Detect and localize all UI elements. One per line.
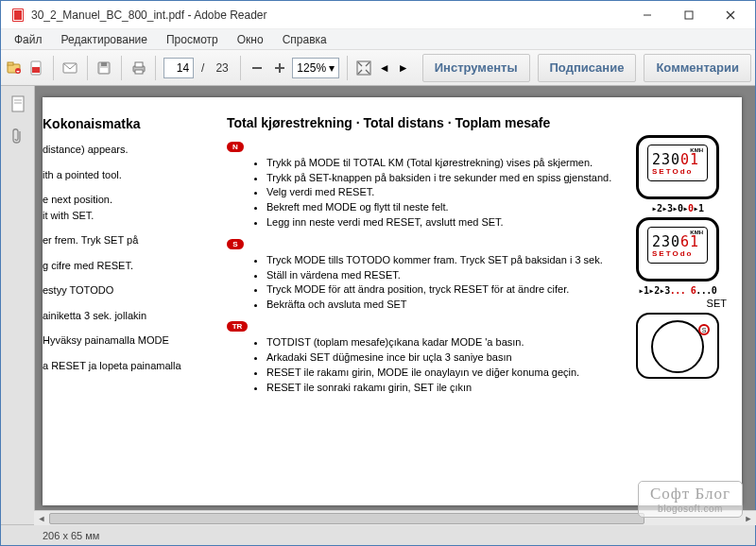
toolbar: / 23 125%▾ ◄ ► Инструменты Подписание Ко… bbox=[1, 50, 755, 86]
document-viewport[interactable]: Kokonaismatka distance) appears. ith a p… bbox=[35, 86, 755, 524]
content-area: Kokonaismatka distance) appears. ith a p… bbox=[1, 86, 755, 524]
device-graphic-2: KMH 23061 SETOdo bbox=[636, 217, 719, 282]
separator bbox=[121, 56, 122, 80]
watermark: Софт Блог blogosoft.com bbox=[638, 481, 743, 518]
save-button[interactable] bbox=[95, 56, 113, 80]
app-icon bbox=[10, 8, 26, 23]
doc-main-column: Total kjørestrekning · Total distans · T… bbox=[198, 114, 625, 488]
separator bbox=[155, 56, 156, 80]
svg-rect-15 bbox=[100, 68, 108, 73]
display-digits-red: 01 bbox=[680, 151, 699, 168]
lang-group-s: S Tryck MODE tills TOTODO kommer fram. T… bbox=[227, 239, 619, 312]
menubar: Файл Редактирование Просмотр Окно Справк… bbox=[1, 29, 755, 50]
nav-rail bbox=[1, 86, 35, 524]
doc-text: Hyväksy painamalla MODE bbox=[43, 333, 198, 349]
menu-view[interactable]: Просмотр bbox=[157, 31, 228, 48]
display-digits: 230 bbox=[652, 151, 680, 168]
zoom-value: 125% bbox=[297, 61, 326, 75]
print-button[interactable] bbox=[129, 56, 147, 80]
doc-text: ainiketta 3 sek. jollakin bbox=[43, 308, 198, 324]
display-label: SETOdo bbox=[652, 249, 703, 258]
chevron-down-icon: ▾ bbox=[329, 61, 335, 75]
list-item: TOTDIST (toplam mesafe)çıkana kadar MODE… bbox=[266, 335, 619, 350]
display-digits: 230 bbox=[652, 233, 680, 250]
doc-left-column: Kokonaismatka distance) appears. ith a p… bbox=[43, 114, 198, 488]
list-item: Tryck MODE för att ändra position, tryck… bbox=[266, 282, 619, 297]
next-view-button[interactable]: ► bbox=[396, 58, 411, 78]
doc-text: ith a pointed tool. bbox=[43, 167, 198, 183]
device-graphic-1: KMH 23001 SETOdo bbox=[636, 135, 719, 199]
doc-text: er frem. Tryk SET på bbox=[43, 232, 198, 248]
lang-group-n: N Trykk på MODE til TOTAL KM (Total kjør… bbox=[227, 142, 619, 230]
svg-rect-18 bbox=[135, 70, 143, 74]
lang-badge-n: N bbox=[227, 142, 244, 152]
list-item: Legg inn neste verdi med RESET, avslutt … bbox=[266, 215, 619, 230]
tools-button[interactable]: Инструменты bbox=[422, 54, 530, 82]
scroll-thumb[interactable] bbox=[49, 513, 644, 524]
watermark-title: Софт Блог bbox=[650, 485, 730, 503]
new-pdf-button[interactable] bbox=[26, 56, 44, 80]
doc-right-column: KMH 23001 SETOdo ▸2▸3▸0▸0▸1 KMH 23061 SE… bbox=[625, 114, 730, 488]
doc-text: a RESET ja lopeta painamalla bbox=[43, 358, 198, 374]
scroll-right-button[interactable]: ► bbox=[741, 511, 756, 526]
set-label: SET bbox=[707, 298, 727, 309]
svg-rect-8 bbox=[8, 62, 13, 65]
s-button-icon: S bbox=[698, 324, 710, 335]
statusbar: 206 x 65 мм bbox=[1, 524, 755, 545]
lang-group-tr: TR TOTDIST (toplam mesafe)çıkana kadar M… bbox=[227, 321, 619, 394]
separator bbox=[53, 56, 54, 80]
svg-rect-2 bbox=[14, 10, 22, 20]
list-item: Tryck MODE tills TOTODO kommer fram. Try… bbox=[266, 253, 619, 267]
titlebar: 30_2_Manuel_BC_800_int.pdf - Adobe Reade… bbox=[1, 1, 755, 29]
window-title: 30_2_Manuel_BC_800_int.pdf - Adobe Reade… bbox=[31, 9, 627, 22]
page-separator: / bbox=[201, 61, 204, 75]
separator bbox=[347, 56, 348, 80]
menu-window[interactable]: Окно bbox=[228, 31, 273, 48]
attachments-icon[interactable] bbox=[8, 126, 28, 146]
svg-rect-23 bbox=[12, 96, 24, 111]
prev-view-button[interactable]: ◄ bbox=[377, 58, 392, 78]
watermark-url: blogosoft.com bbox=[650, 503, 730, 514]
menu-edit[interactable]: Редактирование bbox=[52, 31, 157, 48]
minimize-button[interactable] bbox=[627, 1, 668, 29]
svg-rect-17 bbox=[135, 62, 143, 67]
zoom-dropdown[interactable]: 125%▾ bbox=[292, 58, 338, 78]
page-dimensions: 206 x 65 мм bbox=[43, 530, 99, 541]
list-item: Bekreft med MODE og flytt til neste felt… bbox=[266, 200, 619, 214]
list-item: Ställ in värdena med RESET. bbox=[266, 268, 619, 282]
doc-text: g cifre med RESET. bbox=[43, 258, 198, 274]
menu-help[interactable]: Справка bbox=[273, 31, 336, 48]
thumbnails-icon[interactable] bbox=[8, 94, 28, 114]
close-button[interactable] bbox=[710, 1, 751, 29]
menu-file[interactable]: Файл bbox=[5, 31, 52, 48]
display-label: SETOdo bbox=[652, 167, 703, 176]
lang-badge-s: S bbox=[227, 239, 244, 249]
svg-rect-14 bbox=[101, 62, 107, 66]
scroll-left-button[interactable]: ◄ bbox=[34, 511, 49, 526]
page-total: 23 bbox=[215, 61, 228, 75]
list-item: Arkadaki SET düğmesine ince bir uçla 3 s… bbox=[266, 350, 619, 365]
arrow-sequence-1: ▸2▸3▸0▸0▸1 bbox=[651, 203, 703, 213]
page-number-input[interactable] bbox=[163, 58, 194, 78]
comments-button[interactable]: Комментарии bbox=[644, 54, 751, 82]
doc-text: distance) appears. bbox=[43, 142, 198, 158]
list-item: Trykk på MODE til TOTAL KM (Total kjøres… bbox=[266, 156, 619, 170]
open-file-button[interactable] bbox=[5, 56, 23, 80]
arrow-sequence-2: ▸1▸2▸3... 6...0 bbox=[639, 285, 717, 296]
fit-screen-button[interactable] bbox=[354, 56, 372, 80]
separator bbox=[240, 56, 241, 80]
maximize-button[interactable] bbox=[668, 1, 710, 29]
separator bbox=[87, 56, 88, 80]
zoom-in-button[interactable] bbox=[270, 56, 288, 80]
svg-rect-11 bbox=[32, 67, 40, 73]
doc-text: estyy TOTODO bbox=[43, 282, 198, 299]
sign-button[interactable]: Подписание bbox=[538, 54, 637, 82]
device-back-graphic: S bbox=[636, 313, 719, 379]
list-item: RESET ile rakamı girin, MODE ile onaylay… bbox=[266, 366, 619, 380]
email-button[interactable] bbox=[61, 56, 79, 80]
list-item: Trykk på SET-knappen på baksiden i tre s… bbox=[266, 171, 619, 185]
zoom-out-button[interactable] bbox=[248, 56, 266, 80]
lang-badge-tr: TR bbox=[227, 321, 248, 332]
display-digits-red: 61 bbox=[680, 233, 699, 250]
pdf-page: Kokonaismatka distance) appears. ith a p… bbox=[43, 97, 742, 505]
